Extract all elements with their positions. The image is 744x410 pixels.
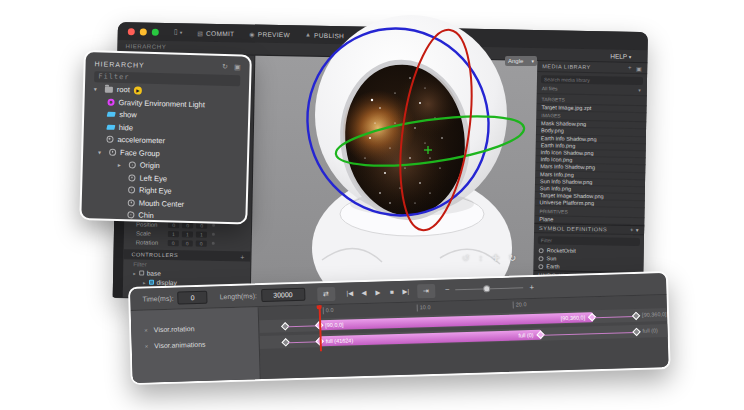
commit-label: COMMIT — [206, 29, 234, 37]
timeline-panel: Time(ms): Length(ms): ⇄ |◀ ◀ ▶ ■ ▶| ⇥ − … — [128, 271, 671, 385]
target-icon — [128, 174, 135, 181]
commit-icon: ▤ — [197, 29, 203, 36]
tree-label: Gravity Environment Light — [118, 97, 205, 108]
symbol-definitions-header: SYMBOL DEFINITIONS + ▾ — [534, 223, 644, 235]
target-icon — [129, 161, 136, 168]
controller-label: base — [147, 270, 161, 277]
time-input[interactable] — [177, 291, 207, 305]
zoom-in-icon[interactable]: + — [529, 283, 534, 292]
track-name: Visor.animations — [154, 341, 205, 350]
keyframe-dot-icon[interactable] — [212, 242, 215, 245]
hierarchy-panel: HIERARCHY ↻ ▣ Filter ▾ root ▸ Gravity En… — [79, 50, 252, 225]
keyframe-start-value: [90,0,0] — [325, 321, 344, 328]
zap-badge-icon: ▸ — [134, 86, 142, 94]
stop-button[interactable]: ■ — [385, 288, 399, 295]
play-button[interactable]: ▶ — [371, 288, 385, 296]
remove-track-icon[interactable]: × — [145, 343, 149, 349]
environment-light-icon — [107, 98, 114, 105]
tree-label: Mouth Center — [139, 198, 185, 208]
angle-label: Angle — [508, 58, 523, 64]
grid-view-icon[interactable]: ▣ — [636, 64, 642, 71]
tree-label: Right Eye — [139, 186, 172, 196]
controller-icon — [139, 270, 144, 275]
media-search-input[interactable]: Search media library — [541, 75, 643, 85]
symbol-label: RocketOrbit — [547, 247, 576, 254]
keyframe-post-value: [90,360,0] — [642, 311, 667, 318]
preview-button[interactable]: ◉ PREVIEW — [249, 30, 290, 38]
playhead-handle[interactable] — [317, 305, 322, 309]
viewport-angle-dropdown[interactable]: Angle ▾ — [505, 56, 537, 66]
chevron-down-icon: ▾ — [180, 29, 183, 35]
property-value-field[interactable]: 1 — [196, 231, 207, 237]
tree-label: Left Eye — [139, 173, 167, 183]
preview-label: PREVIEW — [258, 30, 290, 38]
tab-hierarchy[interactable]: HIERARCHY — [125, 43, 166, 50]
chevron-right-icon[interactable]: ▸ — [118, 161, 125, 168]
ruler-tick: 0.0 — [323, 307, 334, 314]
close-window-button[interactable] — [128, 28, 135, 35]
chevron-down-icon[interactable]: ▾ — [98, 148, 105, 155]
commit-button[interactable]: ▤ COMMIT — [197, 29, 234, 37]
pan-tool-icon[interactable]: ↕ — [479, 253, 484, 263]
zoom-tool-icon[interactable]: ↻ — [509, 253, 517, 263]
accelerometer-icon — [106, 136, 113, 143]
property-value-field[interactable]: 1 — [168, 230, 179, 236]
property-label: Rotation — [124, 239, 168, 246]
minimize-window-button[interactable] — [140, 28, 147, 35]
remove-track-icon[interactable]: × — [144, 327, 148, 333]
length-input[interactable] — [261, 288, 305, 302]
tree-label: hide — [119, 123, 133, 132]
target-icon — [128, 199, 135, 206]
add-symbol-button[interactable]: + — [630, 227, 634, 233]
preview-icon: ◉ — [249, 30, 255, 37]
property-value-field[interactable]: 0 — [182, 240, 193, 246]
loop-button[interactable]: ⇄ — [317, 286, 335, 301]
viewport-tool-icons: ↺ ↕ ✚ ↻ — [462, 253, 516, 263]
move-tool-icon[interactable]: ✚ — [492, 253, 500, 263]
refresh-icon[interactable]: ↻ — [222, 63, 228, 71]
zoom-out-icon[interactable]: − — [445, 285, 450, 294]
tree-label: Origin — [140, 161, 160, 171]
orbit-tool-icon[interactable]: ↺ — [462, 253, 470, 263]
skip-to-start-button[interactable]: |◀ — [343, 289, 357, 297]
track-name: Visor.rotation — [154, 325, 195, 333]
folder-icon — [105, 86, 113, 92]
group-icon — [109, 148, 116, 155]
chevron-right-icon[interactable]: ▸ — [133, 270, 136, 276]
property-value-field[interactable]: 0 — [168, 239, 179, 245]
keyframe-start-value: full (41624) — [326, 337, 354, 344]
timeline-tracks-area[interactable]: × Visor.rotation × Visor.animations 0.0 … — [131, 295, 669, 383]
zoom-slider-knob[interactable] — [483, 285, 490, 292]
skip-to-end-button[interactable]: ⇥ — [417, 283, 435, 298]
device-selector[interactable]: ▯ ▾ — [174, 28, 183, 36]
property-value-field[interactable]: 0 — [196, 240, 207, 246]
keyframe-dot-icon[interactable] — [212, 233, 215, 236]
controllers-title: CONTROLLERS — [131, 251, 178, 258]
collapse-icon[interactable]: ▾ — [636, 227, 639, 233]
chevron-down-icon: ▾ — [638, 87, 641, 93]
add-controller-button[interactable]: + — [240, 253, 244, 260]
plane-icon — [107, 112, 116, 117]
box-icon[interactable]: ▣ — [234, 63, 241, 71]
tree-label: root — [117, 85, 130, 94]
step-back-button[interactable]: ◀ — [357, 288, 371, 296]
chevron-right-icon[interactable]: ▸ — [143, 279, 146, 285]
add-media-button[interactable]: + — [628, 64, 632, 71]
keyframe-dot-icon[interactable] — [212, 224, 215, 227]
timeline-zoom-slider[interactable] — [455, 287, 523, 290]
property-value-field[interactable]: 1 — [182, 231, 193, 237]
help-label: HELP — [610, 52, 627, 59]
tree-label: Chin — [138, 211, 154, 220]
media-library-header: MEDIA LIBRARY + ▣ — [537, 61, 647, 74]
step-forward-button[interactable]: ▶| — [399, 287, 413, 295]
chevron-down-icon[interactable]: ▾ — [94, 85, 101, 92]
tree-label: Face Group — [120, 148, 160, 158]
plane-icon — [106, 124, 115, 129]
symbol-search-input[interactable]: Filter — [538, 236, 640, 246]
property-row: Rotation 0 0 0 — [124, 237, 251, 248]
keyframe-end-value: full (0) — [518, 331, 533, 337]
chevron-down-icon: ▾ — [531, 58, 534, 64]
maximize-window-button[interactable] — [152, 28, 159, 35]
helmet-3d-render[interactable] — [300, 8, 550, 288]
help-menu[interactable]: HELP ▾ — [610, 52, 631, 59]
